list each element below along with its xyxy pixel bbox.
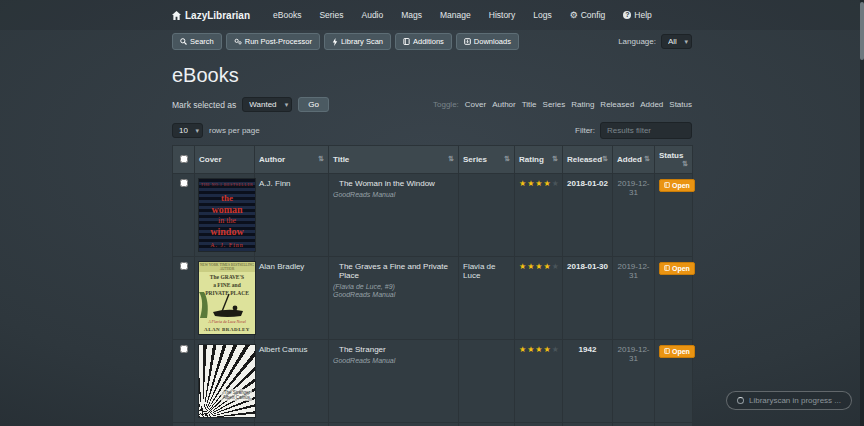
toggle-label: Toggle: — [433, 100, 459, 109]
author-link[interactable]: A.J. Finn — [259, 179, 291, 188]
book-icon — [664, 348, 670, 355]
downloads-button[interactable]: Downloads — [456, 33, 519, 50]
released-date: 2018-01-02 — [567, 179, 608, 188]
col-header-title[interactable]: Title⇅ — [329, 146, 459, 174]
action-toolbar: Search Run Post-Processor Library Scan A… — [172, 33, 692, 50]
sort-icon[interactable]: ⇅ — [552, 155, 558, 163]
lightning-icon — [332, 38, 338, 46]
boat-illustration — [199, 292, 255, 318]
book-cover[interactable]: NEW YORK TIMES BESTSELLING AUTHOR The GR… — [199, 262, 255, 334]
scrollbar-thumb[interactable] — [860, 2, 864, 60]
toggle-added[interactable]: Added — [640, 100, 663, 109]
book-cover[interactable]: The Stranger Albert Camus — [199, 345, 255, 417]
search-button[interactable]: Search — [172, 33, 222, 50]
sort-icon[interactable]: ⇅ — [682, 160, 688, 168]
help-icon: ? — [623, 11, 631, 19]
brand-label: LazyLibrarian — [185, 10, 250, 21]
nav-item-history[interactable]: History — [480, 10, 524, 20]
rating-stars: ★★★★★ — [519, 345, 560, 354]
col-header-status[interactable]: Status⇅ — [655, 146, 693, 174]
toggle-author[interactable]: Author — [492, 100, 516, 109]
book-icon — [664, 265, 670, 272]
series-link[interactable]: Flavia de Luce — [463, 262, 495, 280]
page-scrollbar[interactable] — [860, 0, 864, 426]
col-header-series[interactable]: Series⇅ — [459, 146, 515, 174]
book-title-link[interactable]: The Graves a Fine and Private Place — [333, 262, 454, 280]
toggle-title[interactable]: Title — [522, 100, 537, 109]
col-header-released[interactable]: Released⇅ — [563, 146, 613, 174]
go-button[interactable]: Go — [298, 97, 329, 112]
author-link[interactable]: Albert Camus — [259, 345, 307, 354]
book-source: GoodReads Manual — [333, 291, 454, 298]
book-cover[interactable]: THE NO.1 BESTSELLER the woman in the win… — [199, 179, 255, 251]
filter-input[interactable] — [600, 122, 692, 139]
nav-item-logs[interactable]: Logs — [524, 10, 560, 20]
open-button[interactable]: Open — [659, 262, 695, 275]
table-row: The Stranger Albert Camus Albert Camus T… — [173, 340, 693, 423]
row-checkbox[interactable] — [180, 179, 188, 187]
row-checkbox[interactable] — [180, 345, 188, 353]
nav-item-series[interactable]: Series — [310, 10, 352, 20]
rating-stars: ★★★★★ — [519, 262, 560, 271]
language-label: Language: — [618, 37, 656, 46]
nav-item-config[interactable]: ⚙ Config — [561, 10, 615, 20]
table-header-row: Cover Author⇅ Title⇅ Series⇅ Rating⇅ Rel… — [173, 146, 693, 174]
nav-item-manage[interactable]: Manage — [431, 10, 480, 20]
table-row: ANTHONY BURGESS A CLOCKWORK ORANGE Antho… — [173, 423, 693, 426]
toast-text: Libraryscan in progress ... — [749, 396, 841, 405]
filter-label: Filter: — [575, 126, 595, 135]
row-checkbox[interactable] — [180, 262, 188, 270]
author-link[interactable]: Alan Bradley — [259, 262, 304, 271]
sort-icon[interactable]: ⇅ — [448, 155, 454, 163]
sort-icon[interactable]: ⇅ — [602, 155, 608, 163]
table-row: NEW YORK TIMES BESTSELLING AUTHOR The GR… — [173, 257, 693, 340]
sort-icon[interactable]: ⇅ — [504, 155, 510, 163]
mark-selected-select-wrap: Wanted — [242, 97, 292, 112]
ebooks-table: Cover Author⇅ Title⇅ Series⇅ Rating⇅ Rel… — [172, 145, 693, 426]
additions-button[interactable]: Additions — [395, 33, 452, 50]
rows-per-page-select[interactable]: 10 — [172, 123, 203, 138]
toggle-released[interactable]: Released — [600, 100, 634, 109]
run-post-processor-button[interactable]: Run Post-Processor — [226, 33, 320, 50]
nav-item-ebooks[interactable]: eBooks — [264, 10, 310, 20]
page-title: eBooks — [172, 64, 692, 87]
toggle-series[interactable]: Series — [543, 100, 566, 109]
toggle-rating[interactable]: Rating — [571, 100, 594, 109]
book-source: GoodReads Manual — [333, 191, 454, 198]
book-title-link[interactable]: The Woman in the Window — [333, 179, 454, 188]
book-icon — [403, 38, 410, 45]
mark-selected-label: Mark selected as — [172, 100, 236, 110]
spinner-icon — [737, 397, 744, 404]
brand[interactable]: LazyLibrarian — [172, 10, 250, 21]
added-date: 2019-12-31 — [617, 262, 649, 280]
open-button[interactable]: Open — [659, 179, 695, 192]
open-button[interactable]: Open — [659, 345, 695, 358]
mark-selected-select[interactable]: Wanted — [242, 97, 292, 112]
gears-icon — [234, 38, 242, 45]
col-header-author[interactable]: Author⇅ — [255, 146, 329, 174]
rows-per-page-label: rows per page — [209, 126, 260, 135]
sort-icon[interactable]: ⇅ — [318, 155, 324, 163]
book-title-link[interactable]: The Stranger — [333, 345, 454, 354]
rows-per-page-select-wrap: 10 — [172, 123, 203, 138]
book-source: GoodReads Manual — [333, 357, 454, 364]
library-scan-button[interactable]: Library Scan — [324, 33, 391, 50]
toggle-status[interactable]: Status — [669, 100, 692, 109]
toggle-cover[interactable]: Cover — [465, 100, 486, 109]
released-date: 1942 — [579, 345, 597, 354]
col-header-rating[interactable]: Rating⇅ — [515, 146, 563, 174]
language-select[interactable]: All — [661, 34, 692, 49]
language-select-wrap: All — [661, 34, 692, 49]
sort-icon[interactable]: ⇅ — [644, 155, 650, 163]
select-all-checkbox[interactable] — [180, 155, 188, 163]
col-header-added[interactable]: Added⇅ — [613, 146, 655, 174]
nav-item-mags[interactable]: Mags — [392, 10, 431, 20]
rating-stars: ★★★★★ — [519, 179, 560, 188]
nav-item-audio[interactable]: Audio — [352, 10, 392, 20]
added-date: 2019-12-31 — [617, 345, 649, 363]
gear-icon: ⚙ — [570, 11, 578, 20]
nav-item-help[interactable]: ? Help — [614, 10, 660, 20]
added-date: 2019-12-31 — [617, 179, 649, 197]
col-header-cover: Cover — [195, 146, 255, 174]
top-navbar: LazyLibrarian eBooks Series Audio Mags M… — [0, 0, 864, 30]
